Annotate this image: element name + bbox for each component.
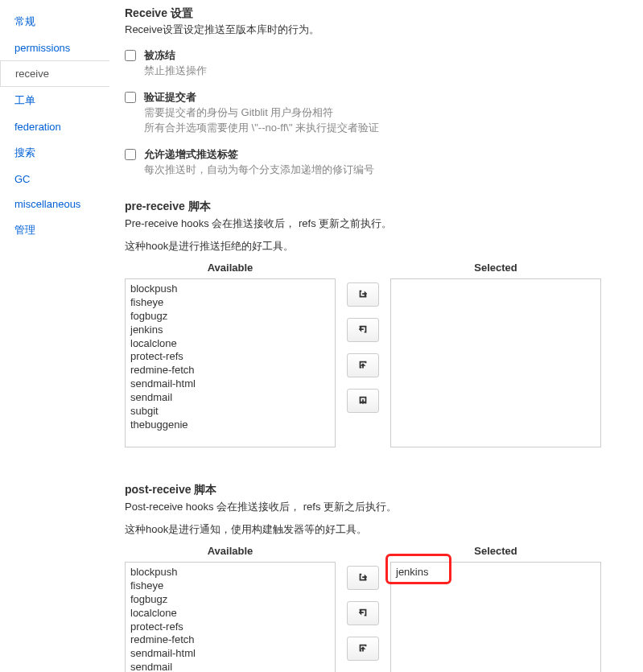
pre-receive-available-list[interactable]: blockpushfisheyefogbugzjenkinslocalclone…	[125, 278, 336, 447]
post-receive-palette: Available blockpushfisheyefogbugzlocalcl…	[125, 545, 630, 672]
arrow-left-exit-icon	[357, 324, 369, 337]
pre-receive-selected-label: Selected	[474, 262, 517, 274]
list-item[interactable]: blockpush	[130, 566, 330, 579]
pre-remove-button[interactable]	[347, 318, 379, 342]
post-receive-available-label: Available	[208, 545, 253, 557]
post-receive-desc2: 这种hook是进行通知，使用构建触发器等的好工具。	[125, 522, 630, 538]
sidebar-item-gc[interactable]: GC	[0, 167, 109, 192]
arrow-right-enter-icon	[357, 288, 369, 302]
sidebar-item-search[interactable]: 搜索	[0, 139, 109, 167]
list-item[interactable]: jenkins	[130, 324, 330, 337]
list-item[interactable]: protect-refs	[130, 350, 330, 364]
post-move-up-button[interactable]	[347, 637, 379, 661]
list-item[interactable]: thebuggenie	[130, 418, 330, 432]
list-item[interactable]: sendmail-html	[130, 377, 330, 391]
list-item[interactable]: redmine-fetch	[130, 633, 330, 647]
arrow-down-icon	[357, 394, 369, 408]
pre-receive-palette: Available blockpushfisheyefogbugzjenkins…	[125, 262, 630, 447]
pre-move-up-button[interactable]	[347, 353, 379, 377]
checkbox-incremental-tags-label: 允许递增式推送标签	[144, 147, 630, 162]
sidebar-item-federation[interactable]: federation	[0, 114, 109, 139]
sidebar-item-general[interactable]: 常规	[0, 8, 109, 35]
list-item[interactable]: localclone	[130, 607, 330, 620]
post-receive-selected-label: Selected	[474, 545, 517, 557]
list-item[interactable]: subgit	[130, 405, 330, 418]
post-add-button[interactable]	[347, 566, 379, 590]
pre-receive-section: pre-receive 脚本 Pre-receive hooks 会在推送接收后…	[125, 200, 630, 447]
post-receive-section: post-receive 脚本 Post-receive hooks 会在推送接…	[125, 483, 630, 672]
sidebar-item-miscellaneous[interactable]: miscellaneous	[0, 192, 109, 216]
list-item[interactable]: jenkins	[396, 566, 596, 579]
list-item[interactable]: sendmail	[130, 391, 330, 405]
receive-settings-title: Receive 设置	[125, 6, 630, 21]
post-receive-title: post-receive 脚本	[125, 483, 630, 497]
sidebar: 常规 permissions receive 工单 federation 搜索 …	[0, 0, 109, 672]
pre-receive-desc2: 这种hook是进行推送拒绝的好工具。	[125, 238, 630, 254]
checkbox-frozen-desc: 禁止推送操作	[144, 63, 630, 79]
checkbox-verify-committer-desc: 需要提交者的身份与 Gitblit 用户身份相符所有合并选项需要使用 \"--n…	[144, 105, 630, 136]
checkbox-frozen: 被冻结 禁止推送操作	[125, 48, 630, 79]
sidebar-item-receive[interactable]: receive	[0, 60, 109, 87]
pre-move-down-button[interactable]	[347, 389, 379, 413]
list-item[interactable]: fogbugz	[130, 593, 330, 607]
sidebar-item-tickets[interactable]: 工单	[0, 87, 109, 114]
sidebar-item-manage[interactable]: 管理	[0, 216, 109, 244]
receive-settings-desc: Receive设置设定推送至版本库时的行为。	[125, 23, 630, 37]
checkbox-incremental-tags-input[interactable]	[125, 149, 136, 160]
checkbox-frozen-input[interactable]	[125, 50, 136, 61]
checkbox-verify-committer-label: 验证提交者	[144, 90, 630, 105]
post-receive-desc1: Post-receive hooks 会在推送接收后， refs 更新之后执行。	[125, 499, 630, 515]
pre-receive-desc1: Pre-receive hooks 会在推送接收后， refs 更新之前执行。	[125, 216, 630, 232]
list-item[interactable]: localclone	[130, 337, 330, 351]
post-remove-button[interactable]	[347, 601, 379, 625]
list-item[interactable]: fogbugz	[130, 310, 330, 324]
list-item[interactable]: sendmail	[130, 661, 330, 672]
pre-receive-available-label: Available	[208, 262, 253, 274]
arrow-right-enter-icon	[357, 571, 369, 585]
content: Receive 设置 Receive设置设定推送至版本库时的行为。 被冻结 禁止…	[109, 0, 643, 672]
sidebar-item-permissions[interactable]: permissions	[0, 35, 109, 60]
pre-receive-title: pre-receive 脚本	[125, 200, 630, 214]
checkbox-frozen-label: 被冻结	[144, 48, 630, 63]
list-item[interactable]: fisheye	[130, 579, 330, 593]
pre-receive-selected-list[interactable]	[390, 278, 601, 447]
list-item[interactable]: blockpush	[130, 282, 330, 296]
post-receive-available-list[interactable]: blockpushfisheyefogbugzlocalcloneprotect…	[125, 562, 336, 672]
post-receive-selected-list[interactable]: jenkins	[390, 562, 601, 672]
list-item[interactable]: redmine-fetch	[130, 364, 330, 377]
arrow-up-icon	[357, 642, 369, 656]
checkbox-verify-committer: 验证提交者 需要提交者的身份与 Gitblit 用户身份相符所有合并选项需要使用…	[125, 90, 630, 136]
pre-add-button[interactable]	[347, 282, 379, 307]
checkbox-incremental-tags-desc: 每次推送时，自动为每个分支添加递增的修订编号	[144, 162, 630, 178]
arrow-up-icon	[357, 359, 369, 373]
list-item[interactable]: protect-refs	[130, 620, 330, 634]
list-item[interactable]: fisheye	[130, 296, 330, 310]
checkbox-incremental-tags: 允许递增式推送标签 每次推送时，自动为每个分支添加递增的修订编号	[125, 147, 630, 178]
checkbox-verify-committer-input[interactable]	[125, 92, 136, 103]
list-item[interactable]: sendmail-html	[130, 647, 330, 661]
arrow-left-exit-icon	[357, 607, 369, 620]
